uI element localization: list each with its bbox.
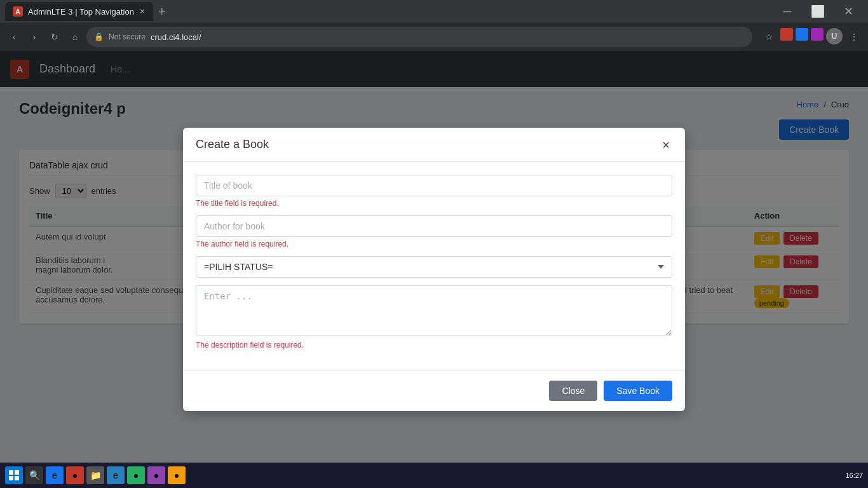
modal-footer: Close Save Book [183, 370, 685, 411]
tab-favicon: A [13, 6, 23, 17]
taskbar-left: 🔍 e ● 📁 e ● ● ● [5, 466, 186, 484]
title-form-group: The title field is required. [196, 175, 672, 208]
menu-button[interactable]: ⋮ [845, 28, 863, 46]
new-tab-button[interactable]: + [153, 4, 171, 19]
chrome-icon[interactable]: ● [66, 466, 84, 484]
description-textarea[interactable] [196, 285, 672, 336]
description-form-group: The description field is required. [196, 285, 672, 349]
svg-rect-1 [15, 470, 19, 475]
author-error: The author field is required. [196, 240, 672, 248]
browser-controls: ‹ › ↻ ⌂ 🔒 Not secure crud.ci4.local/ ☆ U… [0, 23, 868, 51]
taskbar-right: 16:27 [845, 471, 863, 479]
tab-title: AdminLTE 3 | Top Navigation [28, 7, 134, 17]
svg-rect-0 [9, 470, 13, 475]
create-book-modal: Create a Book × The title field is requi… [183, 128, 685, 411]
close-modal-button[interactable]: Close [549, 381, 597, 401]
tab-close-button[interactable]: ✕ [139, 7, 146, 16]
not-secure-label: Not secure [109, 32, 146, 41]
file-manager-icon[interactable]: 📁 [86, 466, 104, 484]
taskbar-time: 16:27 [845, 471, 863, 479]
svg-rect-3 [15, 476, 19, 480]
bookmark-button[interactable]: ☆ [760, 28, 778, 46]
taskbar: 🔍 e ● 📁 e ● ● ● 16:27 [0, 463, 868, 488]
taskbar-icon-6[interactable]: ● [147, 466, 165, 484]
profile-avatar[interactable]: U [826, 28, 843, 44]
modal-body: The title field is required. The author … [183, 162, 685, 370]
title-input[interactable] [196, 175, 672, 196]
url-display: crud.ci4.local/ [151, 32, 201, 42]
title-error: The title field is required. [196, 199, 672, 208]
search-taskbar-button[interactable]: 🔍 [25, 466, 43, 484]
reload-button[interactable]: ↻ [46, 28, 64, 46]
svg-rect-2 [9, 476, 13, 480]
address-bar[interactable]: 🔒 Not secure crud.ci4.local/ [86, 27, 752, 47]
browser-chrome: A AdminLTE 3 | Top Navigation ✕ + ─ ⬜ ✕ … [0, 0, 868, 51]
extension-icon-3[interactable] [811, 28, 824, 41]
browser-actions: ☆ U ⋮ [760, 28, 863, 46]
extension-icon-1[interactable] [780, 28, 793, 41]
author-form-group: The author field is required. [196, 215, 672, 248]
extension-icon-2[interactable] [796, 28, 808, 41]
save-book-button[interactable]: Save Book [604, 381, 672, 401]
browser-titlebar: A AdminLTE 3 | Top Navigation ✕ + ─ ⬜ ✕ [0, 0, 868, 23]
page-background: A Dashboard Ho... Codeigniter4 p Home / … [0, 51, 868, 488]
status-select[interactable]: =PILIH STATUS= Active Pending Inactive [196, 256, 672, 278]
modal-close-button[interactable]: × [660, 139, 672, 151]
back-button[interactable]: ‹ [5, 28, 23, 46]
lock-icon: 🔒 [94, 32, 104, 41]
status-form-group: =PILIH STATUS= Active Pending Inactive [196, 256, 672, 278]
forward-button[interactable]: › [25, 28, 43, 46]
minimize-button[interactable]: ─ [773, 3, 802, 20]
description-error: The description field is required. [196, 341, 672, 349]
ie-icon[interactable]: e [107, 466, 125, 484]
modal-title: Create a Book [196, 138, 269, 151]
window-controls: ─ ⬜ ✕ [773, 3, 863, 20]
taskbar-icon-7[interactable]: ● [168, 466, 186, 484]
start-button[interactable] [5, 466, 23, 484]
author-input[interactable] [196, 215, 672, 237]
edge-icon[interactable]: e [46, 466, 64, 484]
modal-header: Create a Book × [183, 128, 685, 162]
close-window-button[interactable]: ✕ [834, 3, 863, 20]
home-button[interactable]: ⌂ [66, 28, 84, 46]
taskbar-icon-5[interactable]: ● [127, 466, 145, 484]
browser-tab[interactable]: A AdminLTE 3 | Top Navigation ✕ [5, 2, 153, 21]
maximize-button[interactable]: ⬜ [803, 3, 832, 20]
modal-overlay: Create a Book × The title field is requi… [0, 51, 868, 488]
